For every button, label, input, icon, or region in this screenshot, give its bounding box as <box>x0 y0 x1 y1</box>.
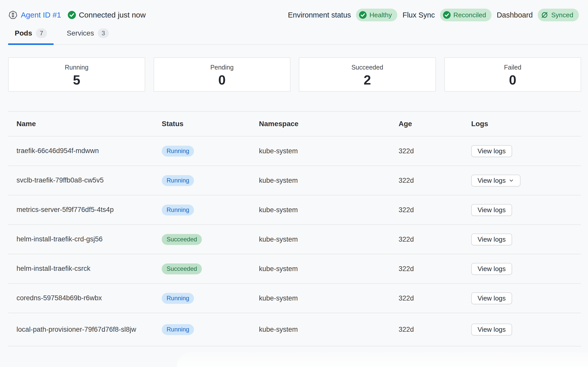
tab-pods[interactable]: Pods 7 <box>8 28 54 45</box>
pod-name: helm-install-traefik-crd-gsj56 <box>17 229 143 249</box>
pod-stats-cards: Running 5 Pending 0 Succeeded 2 Failed 0 <box>8 57 581 92</box>
table-row: coredns-597584b69b-r6wbx Running kube-sy… <box>8 284 581 313</box>
status-badge: Running <box>162 324 194 335</box>
pod-name: metrics-server-5f9f776df5-4ts4p <box>17 200 143 220</box>
pod-age: 322d <box>399 177 471 185</box>
stat-value: 0 <box>445 72 581 88</box>
synced-badge: Synced <box>538 9 579 21</box>
stat-card-pending: Pending 0 <box>154 57 291 92</box>
tab-bar: Pods 7 Services 3 <box>8 28 588 45</box>
pod-age: 322d <box>399 294 471 302</box>
view-logs-button[interactable]: View logs <box>471 324 512 336</box>
top-bar: Agent ID #1 Connected just now Environme… <box>0 0 588 22</box>
sync-slash-circle-icon <box>541 11 549 19</box>
synced-badge-text: Synced <box>551 12 573 18</box>
pod-name: helm-install-traefik-csrck <box>17 259 143 279</box>
reconciled-badge-text: Reconciled <box>453 12 486 18</box>
flux-sync-label: Flux Sync <box>402 11 435 19</box>
environment-statuses: Environment status Healthy Flux Sync <box>288 9 579 21</box>
table-row: helm-install-traefik-csrck Succeeded kub… <box>8 254 581 284</box>
stat-label: Pending <box>154 64 290 71</box>
pod-age: 322d <box>399 326 471 333</box>
pod-name: traefik-66c46d954f-mdwwn <box>17 141 143 161</box>
agent-heptagon-arrow-icon <box>8 10 18 20</box>
pods-table: Name Status Namespace Age Logs traefik-6… <box>8 111 581 346</box>
agent-info: Agent ID #1 Connected just now <box>8 10 146 20</box>
agent-id-link[interactable]: Agent ID #1 <box>21 11 61 19</box>
status-badge: Running <box>162 205 194 215</box>
pod-name: svclb-traefik-79ffb0a8-cw5v5 <box>17 171 143 190</box>
view-logs-button[interactable]: View logs <box>471 233 512 245</box>
pod-namespace: kube-system <box>259 236 399 243</box>
column-header-age: Age <box>399 120 471 128</box>
table-row: svclb-traefik-79ffb0a8-cw5v5 Running kub… <box>8 166 581 195</box>
pod-name: coredns-597584b69b-r6wbx <box>17 288 143 308</box>
pod-namespace: kube-system <box>259 206 399 214</box>
stat-label: Succeeded <box>299 64 435 71</box>
table-row: local-path-provisioner-79f67d76f8-sl8jw … <box>8 313 581 346</box>
bottom-panel-edge <box>177 352 588 367</box>
status-badge: Running <box>162 146 194 157</box>
column-header-logs: Logs <box>471 120 581 128</box>
healthy-badge-text: Healthy <box>369 12 392 18</box>
pod-age: 322d <box>399 236 471 243</box>
stat-card-failed: Failed 0 <box>444 57 581 92</box>
view-logs-button[interactable]: View logs <box>471 263 512 275</box>
tab-services-label: Services <box>67 29 94 37</box>
stat-value: 2 <box>299 72 435 88</box>
environment-status-label: Environment status <box>288 11 351 19</box>
connected-check-icon <box>68 11 76 19</box>
view-logs-button[interactable]: View logs <box>471 292 512 304</box>
stat-label: Running <box>9 64 145 71</box>
stat-value: 0 <box>154 72 290 88</box>
pod-namespace: kube-system <box>259 294 399 302</box>
chevron-down-icon <box>509 178 514 183</box>
healthy-badge: Healthy <box>356 9 397 21</box>
pod-namespace: kube-system <box>259 326 399 333</box>
status-badge: Succeeded <box>162 234 202 245</box>
status-badge: Running <box>162 293 194 304</box>
pod-namespace: kube-system <box>259 177 399 185</box>
kubernetes-dashboard-page: Agent ID #1 Connected just now Environme… <box>0 0 588 367</box>
pod-namespace: kube-system <box>259 265 399 273</box>
table-header-row: Name Status Namespace Age Logs <box>8 112 581 137</box>
status-badge: Running <box>162 175 194 186</box>
connection-status-text: Connected just now <box>79 11 146 19</box>
tab-services[interactable]: Services 3 <box>60 28 116 45</box>
reconciled-badge: Reconciled <box>440 9 492 21</box>
check-circle-icon <box>443 11 451 19</box>
stat-label: Failed <box>445 64 581 71</box>
tab-pods-label: Pods <box>15 29 32 37</box>
pod-age: 322d <box>399 147 471 155</box>
tab-services-count-badge: 3 <box>98 28 109 38</box>
pod-name: local-path-provisioner-79f67d76f8-sl8jw <box>17 320 143 340</box>
column-header-name: Name <box>17 120 162 128</box>
view-logs-dropdown-button[interactable]: View logs <box>471 175 520 187</box>
table-row: metrics-server-5f9f776df5-4ts4p Running … <box>8 195 581 225</box>
stat-card-succeeded: Succeeded 2 <box>299 57 436 92</box>
status-badge: Succeeded <box>162 263 202 274</box>
pod-age: 322d <box>399 206 471 214</box>
pod-namespace: kube-system <box>259 147 399 155</box>
view-logs-button[interactable]: View logs <box>471 204 512 216</box>
column-header-status: Status <box>162 120 259 128</box>
pod-age: 322d <box>399 265 471 273</box>
stat-card-running: Running 5 <box>8 57 145 92</box>
table-row: helm-install-traefik-crd-gsj56 Succeeded… <box>8 225 581 254</box>
table-row: traefik-66c46d954f-mdwwn Running kube-sy… <box>8 137 581 166</box>
stat-value: 5 <box>9 72 145 88</box>
tab-pods-count-badge: 7 <box>36 28 47 38</box>
view-logs-button[interactable]: View logs <box>471 145 512 157</box>
dashboard-label: Dashboard <box>497 11 533 19</box>
column-header-namespace: Namespace <box>259 120 399 128</box>
check-circle-icon <box>359 11 367 19</box>
